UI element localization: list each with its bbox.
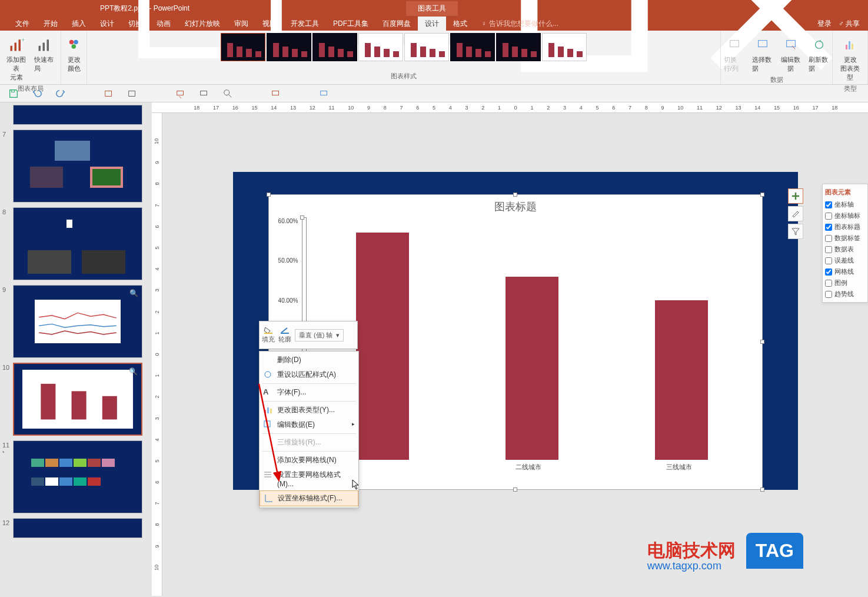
- switch-row-col-button[interactable]: 切换行/列: [721, 33, 747, 74]
- save-icon[interactable]: [8, 88, 19, 99]
- svg-rect-11: [46, 39, 49, 51]
- tab-home[interactable]: 开始: [36, 16, 65, 31]
- tab-review[interactable]: 审阅: [227, 16, 255, 31]
- chart-element-option-4[interactable]: 数据表: [825, 244, 865, 255]
- chart-element-option-8[interactable]: 趋势线: [825, 288, 865, 300]
- presenter2-icon[interactable]: [271, 88, 281, 99]
- chart-bar-0[interactable]: [356, 233, 409, 460]
- layout-icon[interactable]: [127, 88, 138, 99]
- quick-layout-button[interactable]: 快速布局: [32, 33, 58, 74]
- menu-format-major-gridlines[interactable]: 设置主要网格线格式(M)...: [260, 467, 358, 490]
- tab-insert[interactable]: 插入: [65, 16, 93, 31]
- checkbox[interactable]: [825, 201, 832, 208]
- zoom-icon[interactable]: [222, 88, 233, 99]
- chart-plot-area[interactable]: [302, 221, 755, 460]
- tab-file[interactable]: 文件: [8, 16, 36, 31]
- menu-add-minor-gridlines[interactable]: 添加次要网格线(N): [260, 453, 358, 467]
- svg-rect-19: [846, 45, 847, 49]
- slide-thumbnail-7[interactable]: 7: [2, 130, 147, 203]
- change-chart-type-button[interactable]: 更改 图表类型: [836, 33, 864, 83]
- svg-rect-23: [105, 91, 112, 96]
- menu-change-chart-type[interactable]: 更改图表类型(Y)...: [260, 403, 358, 417]
- slide-thumbnail-9[interactable]: 9🔍: [2, 285, 147, 358]
- slide-thumbnail-partial[interactable]: [2, 105, 147, 125]
- svg-rect-31: [72, 391, 87, 419]
- checkbox[interactable]: [825, 291, 832, 298]
- tab-developer[interactable]: 开发工具: [284, 16, 326, 31]
- menu-reset-style[interactable]: 重设以匹配样式(A): [260, 367, 358, 382]
- chart-element-option-3[interactable]: 数据标签: [825, 233, 865, 244]
- chart-styles-button[interactable]: [788, 206, 803, 221]
- presenter-icon[interactable]: [199, 88, 209, 99]
- tab-design[interactable]: 设计: [93, 16, 121, 31]
- chart-style-7[interactable]: [496, 33, 541, 61]
- chart-element-option-6[interactable]: 网格线: [825, 266, 865, 277]
- select-data-button[interactable]: 选择数据: [750, 33, 776, 74]
- tab-pdf[interactable]: PDF工具集: [326, 16, 375, 31]
- tab-slideshow[interactable]: 幻灯片放映: [178, 16, 227, 31]
- chart-element-option-2[interactable]: 图表标题: [825, 221, 865, 233]
- tab-transitions[interactable]: 切换: [121, 16, 149, 31]
- checkbox[interactable]: [825, 235, 832, 242]
- chart-bar-2[interactable]: [655, 300, 708, 460]
- edit-data-button[interactable]: 编辑数 据: [778, 33, 804, 74]
- chart-element-option-1[interactable]: 坐标轴标: [825, 210, 865, 221]
- chart-bar-1[interactable]: [505, 277, 558, 460]
- tab-animations[interactable]: 动画: [149, 16, 178, 31]
- chart-style-4[interactable]: [358, 33, 403, 61]
- checkbox[interactable]: [825, 268, 832, 276]
- chart-element-option-0[interactable]: 坐标轴: [825, 199, 865, 210]
- chart-title[interactable]: 图表标题: [269, 195, 762, 218]
- refresh-data-button[interactable]: 刷新数据: [806, 33, 832, 74]
- tab-view[interactable]: 视图: [255, 16, 284, 31]
- tab-chart-format[interactable]: 格式: [446, 16, 474, 31]
- undo-icon[interactable]: [32, 88, 42, 99]
- watermark-url: www.tagxp.com: [647, 560, 721, 572]
- start-slideshow-icon[interactable]: [175, 88, 186, 99]
- chart-style-3[interactable]: [312, 33, 357, 61]
- chart-style-6[interactable]: [450, 33, 495, 61]
- menu-delete[interactable]: 删除(D): [260, 353, 358, 367]
- checkbox[interactable]: [825, 246, 832, 253]
- chart-elements-button[interactable]: [788, 188, 803, 204]
- svg-rect-29: [321, 91, 327, 95]
- menu-font[interactable]: A字体(F)...: [260, 385, 358, 400]
- chart-element-option-7[interactable]: 图例: [825, 277, 865, 288]
- slide-thumbnail-12[interactable]: 12: [2, 518, 147, 538]
- redo-icon[interactable]: [55, 88, 66, 99]
- submenu-arrow-icon: ▸: [352, 421, 355, 427]
- tab-chart-design[interactable]: 设计: [418, 16, 446, 31]
- checkbox[interactable]: [825, 280, 832, 287]
- contextual-tab-label: 图表工具: [406, 1, 458, 16]
- slide-thumbnail-11[interactable]: 11*: [2, 440, 147, 513]
- watermark-tag: TAG: [746, 533, 803, 569]
- x-axis-labels[interactable]: 一线城市 二线城市 三线城市: [302, 463, 755, 472]
- axis-selector-dropdown[interactable]: 垂直 (值) 轴 ▾: [295, 329, 344, 341]
- outline-button[interactable]: 轮廓: [278, 326, 291, 344]
- chart-element-option-5[interactable]: 误差线: [825, 255, 865, 266]
- share-button[interactable]: ♂ 共享: [839, 19, 860, 29]
- chart-filters-button[interactable]: [788, 224, 803, 239]
- checkbox[interactable]: [825, 224, 832, 231]
- chart-style-5[interactable]: [404, 33, 449, 61]
- slide-thumbnails-panel[interactable]: 7 8 9🔍 10🔍 11* 12: [0, 102, 152, 597]
- checkbox[interactable]: [825, 213, 832, 220]
- new-slide-icon[interactable]: [104, 88, 114, 99]
- tab-baidu[interactable]: 百度网盘: [375, 16, 418, 31]
- menu-format-axis[interactable]: 设置坐标轴格式(F)...: [260, 490, 358, 506]
- svg-rect-25: [177, 91, 184, 95]
- login-button[interactable]: 登录: [817, 19, 832, 29]
- add-chart-element-button[interactable]: + 添加图表 元素: [4, 33, 29, 83]
- chart-style-2[interactable]: [267, 33, 311, 61]
- axis-icon: [264, 493, 273, 503]
- chart-style-1[interactable]: [221, 33, 265, 61]
- refresh-q-icon[interactable]: [319, 88, 330, 99]
- tell-me-field[interactable]: ♀ 告诉我您想要做什么...: [481, 16, 558, 31]
- chart-style-8[interactable]: [542, 33, 587, 61]
- checkbox[interactable]: [825, 257, 832, 264]
- fill-button[interactable]: 填充: [262, 326, 275, 344]
- slide-thumbnail-8[interactable]: 8: [2, 207, 147, 280]
- slide-thumbnail-10[interactable]: 10🔍: [2, 363, 147, 436]
- change-colors-button[interactable]: 更改 颜色: [61, 33, 87, 74]
- menu-edit-data[interactable]: 编辑数据(E)▸: [260, 417, 358, 432]
